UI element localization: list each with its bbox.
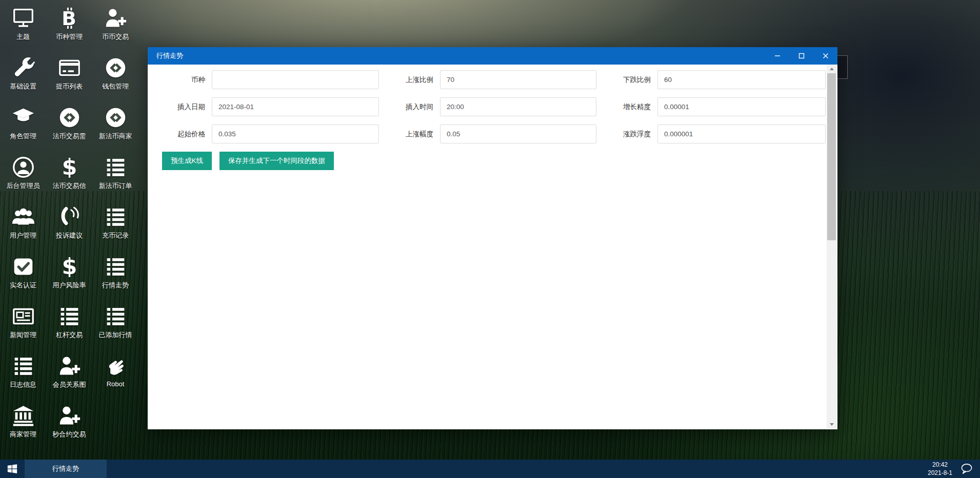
desktop-icon-label: 杠杆交易 [56, 330, 83, 340]
market-trend-form: 币种 上涨比例 下跌比例 插入日期 插入时间 [148, 65, 837, 170]
desktop-icon-coin-manage[interactable]: 币种管理 [46, 2, 92, 52]
desktop-icon-label: 秒合约交易 [53, 430, 86, 439]
desktop-icon-label: 商家管理 [10, 430, 36, 439]
scrollbar-thumb[interactable] [827, 73, 836, 240]
desktop-icon-added-markets[interactable]: 已添加行情 [92, 300, 138, 350]
taskbar-item-market-trend[interactable]: 行情走势 [25, 460, 107, 478]
desktop-icon-second-contract[interactable]: 秒合约交易 [46, 400, 92, 449]
windows-logo-icon [7, 464, 17, 474]
field-insert-date: 插入日期 [158, 97, 379, 116]
desktop-icon-label: 会员关系图 [53, 380, 86, 389]
field-fluctuation: 涨跌浮度 [604, 124, 826, 143]
desktop-icon-member-relations[interactable]: 会员关系图 [46, 350, 92, 400]
desktop-icon-role-manage[interactable]: 角色管理 [0, 101, 46, 151]
desktop-icon-label: 日志信息 [10, 380, 36, 389]
vertical-scrollbar[interactable] [827, 65, 836, 428]
list-icon [58, 305, 81, 328]
start-button[interactable] [0, 460, 25, 478]
desktop-icon-label: 行情走势 [102, 281, 129, 290]
taskbar-tray: 20:42 2021-8-1 [928, 460, 980, 478]
desktop-icon-label: 已添加行情 [99, 330, 132, 340]
insert-date-input[interactable] [212, 97, 379, 116]
form-row: 币种 上涨比例 下跌比例 [158, 70, 837, 89]
desktop-icon-user-manage[interactable]: 用户管理 [0, 201, 46, 251]
notification-bubble-icon[interactable] [961, 463, 973, 474]
desktop-icon-market-trend[interactable]: 行情走势 [92, 251, 138, 300]
growth-precision-input[interactable] [657, 97, 826, 116]
field-growth-precision: 增长精度 [604, 97, 826, 116]
desktop-icon-news-manage[interactable]: 新闻管理 [0, 300, 46, 350]
list-icon [104, 255, 127, 278]
desktop-icon-label: 新法币订单 [99, 181, 132, 191]
desktop-icon-fiat-trade-demand[interactable]: 法币交易需 [46, 101, 92, 151]
desktop-icon-robot[interactable]: Robot [92, 350, 138, 400]
rise-amplitude-input[interactable] [440, 124, 596, 143]
maximize-button[interactable] [789, 47, 813, 65]
minimize-button[interactable] [765, 47, 789, 65]
exchange-circle-icon [104, 56, 127, 79]
bank-icon [12, 404, 35, 427]
scroll-down-arrow-icon[interactable] [827, 420, 836, 428]
desktop-icon-kyc[interactable]: 实名认证 [0, 251, 46, 300]
field-fall-ratio: 下跌比例 [604, 70, 826, 89]
dollar-icon [58, 156, 81, 179]
desktop-icon-label: 充币记录 [102, 231, 129, 240]
desktop-icon-label: 法币交易需 [53, 132, 86, 141]
desktop-icon-label: 主题 [16, 32, 30, 41]
field-label: 上涨比例 [386, 75, 433, 85]
window-title: 行情走势 [148, 51, 183, 60]
desktop-icon-complaints[interactable]: 投诉建议 [46, 201, 92, 251]
field-label: 起始价格 [158, 130, 205, 139]
desktop-icon-theme[interactable]: 主题 [0, 2, 46, 52]
market-trend-window: 行情走势 币种 上涨比例 下跌比例 [148, 47, 837, 429]
window-content: 币种 上涨比例 下跌比例 插入日期 插入时间 [148, 65, 837, 429]
desktop-icon-grid: 主题 币种管理 币币交易 基础设置 提币列表 钱包管理 角色管理 法币交易需 新… [0, 2, 139, 449]
insert-time-input[interactable] [440, 97, 596, 116]
desktop-icon-label: 钱包管理 [102, 82, 129, 91]
desktop-icon-merchant-manage[interactable]: 商家管理 [0, 400, 46, 449]
fall-ratio-input[interactable] [657, 70, 826, 89]
field-label: 下跌比例 [604, 75, 651, 85]
desktop-icon-basic-settings[interactable]: 基础设置 [0, 52, 46, 101]
coin-input[interactable] [212, 70, 379, 89]
desktop-icon-coin-trade[interactable]: 币币交易 [92, 2, 138, 52]
taskbar: 行情走势 20:42 2021-8-1 [0, 460, 980, 478]
desktop-icon-label: 提币列表 [56, 82, 83, 91]
user-plus-icon [104, 7, 127, 30]
field-label: 币种 [158, 75, 205, 85]
start-price-input[interactable] [212, 124, 379, 143]
close-button[interactable] [813, 47, 837, 65]
monitor-icon [12, 7, 35, 30]
desktop-icon-withdraw-list[interactable]: 提币列表 [46, 52, 92, 101]
desktop-icon-user-risk[interactable]: 用户风险率 [46, 251, 92, 300]
save-generate-next-period-button[interactable]: 保存并生成下一个时间段的数据 [219, 152, 334, 170]
bitcoin-icon [58, 7, 81, 30]
background-window-fragment [836, 55, 848, 79]
rise-ratio-input[interactable] [440, 70, 596, 89]
taskbar-clock[interactable]: 20:42 2021-8-1 [928, 461, 952, 477]
dollar-icon [58, 255, 81, 278]
desktop-icon-deposit-records[interactable]: 充币记录 [92, 201, 138, 251]
desktop-icon-label: 币币交易 [102, 32, 129, 41]
exchange-circle-icon [58, 106, 81, 129]
graduation-cap-icon [12, 106, 35, 129]
desktop-icon-label: 新法币商家 [99, 132, 132, 141]
fluctuation-input[interactable] [657, 124, 826, 143]
pregenerate-kline-button[interactable]: 预生成K线 [162, 152, 212, 170]
desktop-icon-new-fiat-merchant[interactable]: 新法币商家 [92, 101, 138, 151]
clock-date: 2021-8-1 [928, 469, 952, 477]
desktop-icon-admin[interactable]: 后台管理员 [0, 151, 46, 201]
desktop-icon-logs[interactable]: 日志信息 [0, 350, 46, 400]
desktop-icon-new-fiat-orders[interactable]: 新法币订单 [92, 151, 138, 201]
desktop-icon-label: 新闻管理 [10, 330, 36, 340]
desktop-icon-wallet-manage[interactable]: 钱包管理 [92, 52, 138, 101]
scroll-up-arrow-icon[interactable] [827, 65, 836, 73]
desktop-icon-fiat-trade-info[interactable]: 法币交易信 [46, 151, 92, 201]
window-titlebar[interactable]: 行情走势 [148, 47, 837, 65]
newspaper-icon [12, 305, 35, 328]
desktop-icon-label: 用户风险率 [53, 281, 86, 290]
window-controls [765, 47, 837, 65]
desktop-icon-leverage-trade[interactable]: 杠杆交易 [46, 300, 92, 350]
desktop-icon-label: 角色管理 [10, 132, 36, 141]
user-circle-icon [12, 156, 35, 179]
